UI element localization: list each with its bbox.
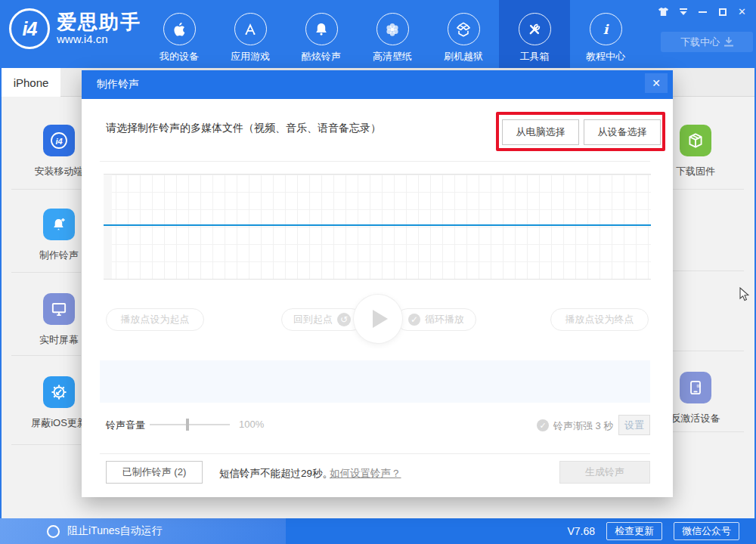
tool-label: 制作铃声	[39, 249, 79, 262]
tutorial-info-icon: i	[590, 13, 622, 45]
separator	[673, 351, 744, 351]
set-start-point-button[interactable]: 播放点设为起点	[106, 308, 204, 331]
block-itunes-label: 阻止iTunes自动运行	[67, 524, 163, 538]
tool-label: 实时屏幕	[39, 333, 79, 347]
generate-ringtone-button[interactable]: 生成铃声	[559, 461, 650, 484]
volume-value: 100%	[239, 419, 264, 430]
skin-icon[interactable]	[657, 5, 670, 18]
separator	[673, 431, 744, 432]
made-ringtones-button[interactable]: 已制作铃声 (2)	[106, 461, 203, 484]
tool-label: 安装移动端	[35, 165, 84, 178]
nav-toolbox[interactable]: 工具箱	[499, 0, 570, 68]
monitor-icon	[43, 293, 75, 325]
volume-label: 铃声音量	[106, 419, 145, 432]
tool-label: 反激活设备	[671, 412, 720, 425]
nav-label: 工具箱	[520, 50, 550, 63]
mouse-cursor	[739, 287, 750, 305]
back-to-start-label: 回到起点	[293, 313, 333, 326]
svg-text:i: i	[603, 21, 609, 36]
toolbox-icon	[519, 13, 551, 45]
header-bar: i4 爱思助手 www.i4.cn 我的设备 应用游戏	[0, 0, 756, 68]
media-select-prompt: 请选择制作铃声的多媒体文件（视频、音乐、语音备忘录）	[106, 122, 381, 135]
nav-label: 高清壁纸	[373, 50, 412, 63]
block-itunes-toggle[interactable]: 阻止iTunes自动运行	[0, 518, 286, 544]
dialog-close-icon[interactable]: ✕	[645, 73, 668, 93]
play-button[interactable]	[354, 295, 402, 343]
separator	[11, 355, 81, 356]
separator	[11, 189, 81, 190]
nav-label: 我的设备	[160, 50, 199, 63]
svg-text:i4: i4	[55, 137, 62, 146]
check-update-button[interactable]: 检查更新	[606, 522, 662, 540]
dialog-body: 请选择制作铃声的多媒体文件（视频、音乐、语音备忘录） 从电脑选择 从设备选择 播…	[82, 99, 673, 497]
waveform-centerline	[104, 224, 651, 226]
app-title: 爱思助手	[57, 11, 141, 32]
make-ringtone-dialog: 制作铃声 ✕ 请选择制作铃声的多媒体文件（视频、音乐、语音备忘录） 从电脑选择 …	[82, 70, 673, 497]
play-icon	[373, 310, 388, 328]
wallpaper-icon	[376, 13, 409, 45]
bell-plus-icon	[43, 209, 75, 240]
app-url: www.i4.cn	[57, 32, 141, 46]
nav-tutorials[interactable]: i 教程中心	[570, 0, 641, 68]
nav-jailbreak[interactable]: 刷机越狱	[428, 0, 499, 68]
apple-icon	[163, 13, 196, 45]
volume-slider[interactable]	[150, 424, 230, 425]
window-border-left	[0, 68, 2, 518]
status-bar: 阻止iTunes自动运行 V7.68 检查更新 微信公众号	[0, 518, 756, 544]
wechat-button[interactable]: 微信公众号	[674, 522, 739, 540]
undo-icon: ↺	[337, 313, 351, 326]
i4-logo-icon: i4	[9, 8, 50, 49]
jailbreak-box-icon	[448, 13, 480, 45]
separator	[11, 444, 81, 445]
deactivate-device-icon	[680, 372, 711, 403]
status-bar-right: V7.68 检查更新 微信公众号	[567, 518, 739, 544]
nav-label: 应用游戏	[231, 50, 270, 63]
download-icon	[724, 37, 733, 47]
radio-circle-icon	[47, 525, 60, 538]
appstore-icon	[234, 13, 267, 45]
separator	[11, 272, 81, 273]
separator	[100, 453, 650, 454]
set-start-label: 播放点设为起点	[121, 313, 190, 326]
sms-limit-note: 短信铃声不能超过29秒。	[219, 467, 333, 481]
separator	[673, 189, 744, 190]
firmware-cube-icon	[680, 125, 711, 156]
fade-label: 铃声渐强 3 秒	[553, 419, 613, 433]
download-center-button[interactable]: 下载中心	[661, 32, 753, 52]
select-from-pc-button[interactable]: 从电脑选择	[502, 119, 579, 145]
waveform-area[interactable]	[104, 174, 651, 280]
set-end-point-button[interactable]: 播放点设为终点	[550, 308, 649, 331]
tool-label: 屏蔽iOS更新	[31, 416, 87, 430]
loop-play-label: 循环播放	[425, 313, 464, 326]
tab-iphone[interactable]: iPhone	[2, 68, 60, 97]
close-icon[interactable]: ✕	[736, 5, 748, 18]
fade-settings-button[interactable]: 设置	[618, 415, 650, 435]
select-from-device-button[interactable]: 从设备选择	[584, 119, 661, 145]
nav-label: 酷炫铃声	[302, 50, 341, 63]
separator	[673, 270, 744, 271]
window-controls: ✕	[657, 5, 748, 18]
back-to-start-button[interactable]: 回到起点 ↺	[281, 308, 363, 331]
set-end-label: 播放点设为终点	[565, 313, 634, 326]
maximize-icon[interactable]	[716, 5, 729, 18]
nav-wallpapers[interactable]: 高清壁纸	[357, 0, 428, 68]
check-circle-icon: ✓	[408, 314, 420, 326]
app-window: i4 爱思助手 www.i4.cn 我的设备 应用游戏	[0, 0, 756, 544]
bell-icon	[305, 13, 338, 45]
dialog-titlebar: 制作铃声 ✕	[82, 70, 673, 99]
info-panel	[100, 360, 650, 403]
main-nav: 我的设备 应用游戏 酷炫铃声 高清壁纸	[144, 0, 641, 68]
tool-label: 下载固件	[676, 165, 715, 178]
nav-ringtones[interactable]: 酷炫铃声	[286, 0, 357, 68]
app-logo: i4 爱思助手 www.i4.cn	[9, 8, 141, 49]
volume-slider-thumb[interactable]	[186, 419, 189, 431]
menu-arrow-icon[interactable]	[677, 5, 689, 18]
nav-apps-games[interactable]: 应用游戏	[215, 0, 286, 68]
version-label: V7.68	[567, 525, 595, 537]
gear-update-icon	[43, 376, 75, 408]
nav-label: 教程中心	[586, 50, 625, 63]
how-to-set-ringtone-link[interactable]: 如何设置铃声？	[330, 467, 401, 481]
nav-my-devices[interactable]: 我的设备	[144, 0, 215, 68]
minimize-icon[interactable]	[696, 5, 709, 18]
loop-play-toggle[interactable]: ✓ 循环播放	[396, 308, 476, 331]
